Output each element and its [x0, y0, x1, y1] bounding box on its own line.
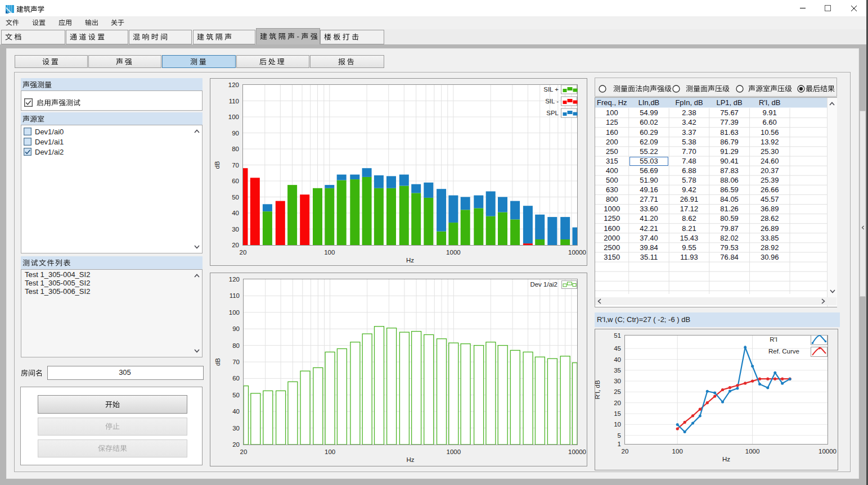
svg-text:40: 40 — [614, 356, 621, 363]
svg-text:15: 15 — [614, 410, 621, 417]
svg-text:Hz: Hz — [722, 456, 730, 463]
svg-text:51: 51 — [614, 332, 621, 339]
svg-text:25: 25 — [614, 388, 621, 395]
svg-text:Ref. Curve: Ref. Curve — [768, 348, 799, 355]
svg-text:10000: 10000 — [818, 448, 836, 455]
svg-text:45: 45 — [614, 345, 621, 352]
svg-text:30: 30 — [614, 378, 621, 384]
svg-text:1: 1 — [618, 441, 621, 447]
svg-text:35: 35 — [614, 367, 621, 374]
svg-text:100: 100 — [672, 448, 683, 455]
svg-text:R'I, dB: R'I, dB — [595, 380, 601, 399]
svg-text:20: 20 — [614, 400, 621, 406]
svg-text:10: 10 — [614, 421, 621, 428]
svg-text:R'I: R'I — [770, 336, 777, 343]
svg-text:5: 5 — [618, 432, 621, 439]
svg-text:1000: 1000 — [745, 448, 760, 455]
svg-text:20: 20 — [622, 448, 629, 455]
